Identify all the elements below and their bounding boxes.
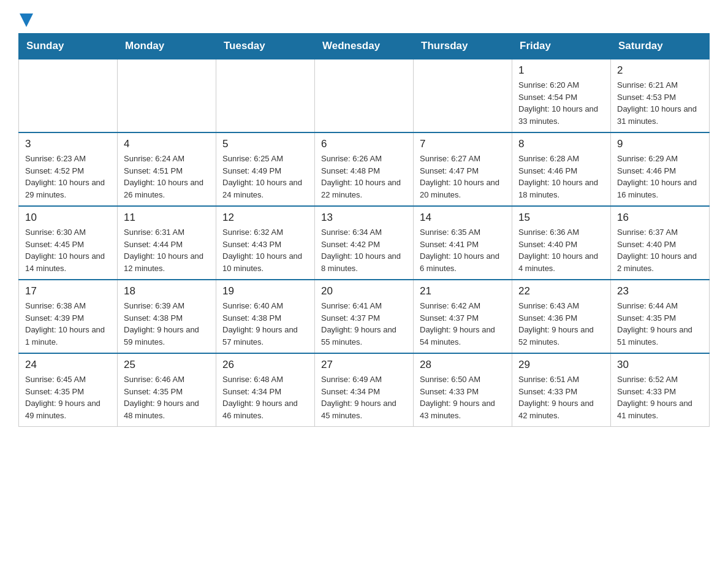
calendar-day-cell: 22Sunrise: 6:43 AMSunset: 4:36 PMDayligh… bbox=[512, 280, 611, 353]
calendar-day-cell: 21Sunrise: 6:42 AMSunset: 4:37 PMDayligh… bbox=[414, 280, 512, 353]
day-of-week-header: Sunday bbox=[19, 34, 118, 59]
calendar-week-row: 3Sunrise: 6:23 AMSunset: 4:52 PMDaylight… bbox=[19, 132, 710, 206]
day-info: Sunrise: 6:28 AMSunset: 4:46 PMDaylight:… bbox=[518, 153, 604, 201]
calendar-day-cell: 10Sunrise: 6:30 AMSunset: 4:45 PMDayligh… bbox=[19, 206, 118, 280]
day-info: Sunrise: 6:49 AMSunset: 4:34 PMDaylight:… bbox=[321, 373, 407, 421]
day-number: 2 bbox=[617, 64, 703, 77]
calendar-day-cell: 27Sunrise: 6:49 AMSunset: 4:34 PMDayligh… bbox=[315, 353, 414, 427]
day-info: Sunrise: 6:44 AMSunset: 4:35 PMDaylight:… bbox=[617, 300, 703, 348]
day-info: Sunrise: 6:52 AMSunset: 4:33 PMDaylight:… bbox=[617, 373, 703, 421]
day-number: 14 bbox=[420, 212, 506, 224]
day-info: Sunrise: 6:23 AMSunset: 4:52 PMDaylight:… bbox=[25, 153, 111, 201]
day-number: 5 bbox=[222, 138, 308, 150]
calendar-day-cell: 29Sunrise: 6:51 AMSunset: 4:33 PMDayligh… bbox=[512, 353, 611, 427]
day-info: Sunrise: 6:46 AMSunset: 4:35 PMDaylight:… bbox=[124, 373, 210, 421]
day-info: Sunrise: 6:42 AMSunset: 4:37 PMDaylight:… bbox=[420, 300, 506, 348]
calendar-week-row: 1Sunrise: 6:20 AMSunset: 4:54 PMDaylight… bbox=[19, 59, 710, 132]
day-info: Sunrise: 6:43 AMSunset: 4:36 PMDaylight:… bbox=[518, 300, 604, 348]
day-number: 4 bbox=[124, 138, 210, 150]
calendar-day-cell: 23Sunrise: 6:44 AMSunset: 4:35 PMDayligh… bbox=[611, 280, 710, 353]
calendar-day-cell: 9Sunrise: 6:29 AMSunset: 4:46 PMDaylight… bbox=[611, 132, 710, 206]
day-number: 6 bbox=[321, 138, 407, 150]
day-info: Sunrise: 6:34 AMSunset: 4:42 PMDaylight:… bbox=[321, 226, 407, 274]
day-info: Sunrise: 6:48 AMSunset: 4:34 PMDaylight:… bbox=[222, 373, 308, 421]
day-of-week-header: Friday bbox=[512, 34, 611, 59]
calendar-day-cell bbox=[315, 59, 414, 132]
day-number: 10 bbox=[25, 212, 111, 224]
day-number: 17 bbox=[25, 285, 111, 297]
day-number: 28 bbox=[420, 359, 506, 371]
calendar-day-cell: 18Sunrise: 6:39 AMSunset: 4:38 PMDayligh… bbox=[118, 280, 216, 353]
day-of-week-header: Thursday bbox=[414, 34, 512, 59]
day-number: 30 bbox=[617, 359, 703, 371]
day-info: Sunrise: 6:27 AMSunset: 4:47 PMDaylight:… bbox=[420, 153, 506, 201]
logo-triangle-icon bbox=[20, 13, 33, 27]
day-info: Sunrise: 6:26 AMSunset: 4:48 PMDaylight:… bbox=[321, 153, 407, 201]
calendar-day-cell: 4Sunrise: 6:24 AMSunset: 4:51 PMDaylight… bbox=[118, 132, 216, 206]
calendar-week-row: 10Sunrise: 6:30 AMSunset: 4:45 PMDayligh… bbox=[19, 206, 710, 280]
day-number: 16 bbox=[617, 212, 703, 224]
day-of-week-header: Tuesday bbox=[216, 34, 315, 59]
calendar-day-cell: 3Sunrise: 6:23 AMSunset: 4:52 PMDaylight… bbox=[19, 132, 118, 206]
calendar-day-cell: 7Sunrise: 6:27 AMSunset: 4:47 PMDaylight… bbox=[414, 132, 512, 206]
day-info: Sunrise: 6:36 AMSunset: 4:40 PMDaylight:… bbox=[518, 226, 604, 274]
calendar-day-cell: 5Sunrise: 6:25 AMSunset: 4:49 PMDaylight… bbox=[216, 132, 315, 206]
day-of-week-header: Wednesday bbox=[315, 34, 414, 59]
day-info: Sunrise: 6:32 AMSunset: 4:43 PMDaylight:… bbox=[222, 226, 308, 274]
calendar-day-cell: 14Sunrise: 6:35 AMSunset: 4:41 PMDayligh… bbox=[414, 206, 512, 280]
calendar-day-cell bbox=[216, 59, 315, 132]
day-number: 26 bbox=[222, 359, 308, 371]
day-number: 27 bbox=[321, 359, 407, 371]
day-number: 12 bbox=[222, 212, 308, 224]
calendar-day-cell: 15Sunrise: 6:36 AMSunset: 4:40 PMDayligh… bbox=[512, 206, 611, 280]
calendar-header-row: SundayMondayTuesdayWednesdayThursdayFrid… bbox=[19, 34, 710, 59]
calendar-table: SundayMondayTuesdayWednesdayThursdayFrid… bbox=[18, 33, 710, 427]
day-number: 23 bbox=[617, 285, 703, 297]
day-number: 18 bbox=[124, 285, 210, 297]
calendar-day-cell: 20Sunrise: 6:41 AMSunset: 4:37 PMDayligh… bbox=[315, 280, 414, 353]
day-info: Sunrise: 6:31 AMSunset: 4:44 PMDaylight:… bbox=[124, 226, 210, 274]
day-info: Sunrise: 6:45 AMSunset: 4:35 PMDaylight:… bbox=[25, 373, 111, 421]
calendar-week-row: 24Sunrise: 6:45 AMSunset: 4:35 PMDayligh… bbox=[19, 353, 710, 427]
day-number: 20 bbox=[321, 285, 407, 297]
day-number: 22 bbox=[518, 285, 604, 297]
day-info: Sunrise: 6:30 AMSunset: 4:45 PMDaylight:… bbox=[25, 226, 111, 274]
day-info: Sunrise: 6:21 AMSunset: 4:53 PMDaylight:… bbox=[617, 79, 703, 127]
day-of-week-header: Monday bbox=[118, 34, 216, 59]
calendar-day-cell: 2Sunrise: 6:21 AMSunset: 4:53 PMDaylight… bbox=[611, 59, 710, 132]
day-info: Sunrise: 6:35 AMSunset: 4:41 PMDaylight:… bbox=[420, 226, 506, 274]
day-number: 3 bbox=[25, 138, 111, 150]
calendar-day-cell: 19Sunrise: 6:40 AMSunset: 4:38 PMDayligh… bbox=[216, 280, 315, 353]
day-info: Sunrise: 6:20 AMSunset: 4:54 PMDaylight:… bbox=[518, 79, 604, 127]
day-number: 8 bbox=[518, 138, 604, 150]
calendar-day-cell: 16Sunrise: 6:37 AMSunset: 4:40 PMDayligh… bbox=[611, 206, 710, 280]
page-header bbox=[18, 12, 710, 27]
calendar-day-cell: 25Sunrise: 6:46 AMSunset: 4:35 PMDayligh… bbox=[118, 353, 216, 427]
calendar-day-cell: 1Sunrise: 6:20 AMSunset: 4:54 PMDaylight… bbox=[512, 59, 611, 132]
calendar-day-cell bbox=[118, 59, 216, 132]
day-number: 9 bbox=[617, 138, 703, 150]
day-number: 1 bbox=[518, 64, 604, 77]
day-info: Sunrise: 6:29 AMSunset: 4:46 PMDaylight:… bbox=[617, 153, 703, 201]
calendar-day-cell: 28Sunrise: 6:50 AMSunset: 4:33 PMDayligh… bbox=[414, 353, 512, 427]
calendar-week-row: 17Sunrise: 6:38 AMSunset: 4:39 PMDayligh… bbox=[19, 280, 710, 353]
day-number: 24 bbox=[25, 359, 111, 371]
calendar-day-cell: 12Sunrise: 6:32 AMSunset: 4:43 PMDayligh… bbox=[216, 206, 315, 280]
day-info: Sunrise: 6:39 AMSunset: 4:38 PMDaylight:… bbox=[124, 300, 210, 348]
day-info: Sunrise: 6:37 AMSunset: 4:40 PMDaylight:… bbox=[617, 226, 703, 274]
calendar-day-cell: 17Sunrise: 6:38 AMSunset: 4:39 PMDayligh… bbox=[19, 280, 118, 353]
day-info: Sunrise: 6:38 AMSunset: 4:39 PMDaylight:… bbox=[25, 300, 111, 348]
day-info: Sunrise: 6:50 AMSunset: 4:33 PMDaylight:… bbox=[420, 373, 506, 421]
day-of-week-header: Saturday bbox=[611, 34, 710, 59]
day-info: Sunrise: 6:40 AMSunset: 4:38 PMDaylight:… bbox=[222, 300, 308, 348]
day-info: Sunrise: 6:41 AMSunset: 4:37 PMDaylight:… bbox=[321, 300, 407, 348]
calendar-day-cell: 13Sunrise: 6:34 AMSunset: 4:42 PMDayligh… bbox=[315, 206, 414, 280]
calendar-day-cell bbox=[19, 59, 118, 132]
day-info: Sunrise: 6:25 AMSunset: 4:49 PMDaylight:… bbox=[222, 153, 308, 201]
day-number: 15 bbox=[518, 212, 604, 224]
calendar-day-cell: 24Sunrise: 6:45 AMSunset: 4:35 PMDayligh… bbox=[19, 353, 118, 427]
day-info: Sunrise: 6:51 AMSunset: 4:33 PMDaylight:… bbox=[518, 373, 604, 421]
calendar-day-cell: 6Sunrise: 6:26 AMSunset: 4:48 PMDaylight… bbox=[315, 132, 414, 206]
day-info: Sunrise: 6:24 AMSunset: 4:51 PMDaylight:… bbox=[124, 153, 210, 201]
day-number: 19 bbox=[222, 285, 308, 297]
